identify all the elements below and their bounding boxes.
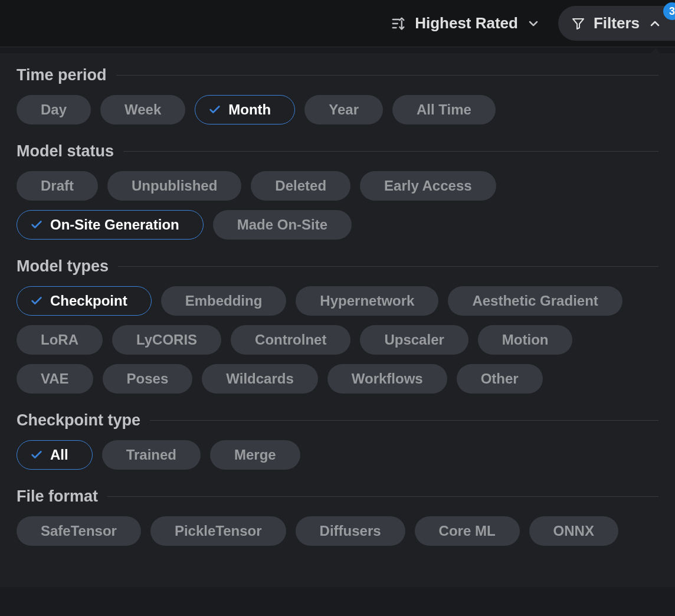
divider (123, 151, 658, 152)
section-title: File format (17, 487, 98, 506)
chip-controlnet[interactable]: Controlnet (231, 325, 350, 355)
chip-hypernetwork[interactable]: Hypernetwork (296, 286, 438, 316)
chip-label: Wildcards (226, 372, 293, 386)
chip-other[interactable]: Other (457, 364, 543, 394)
chip-on-site-generation[interactable]: On-Site Generation (17, 210, 204, 240)
chip-year[interactable]: Year (304, 95, 383, 124)
chip-label: Year (329, 103, 359, 117)
chip-label: VAE (41, 372, 69, 386)
chip-diffusers[interactable]: Diffusers (296, 516, 405, 546)
chip-label: Upscaler (384, 333, 444, 347)
section-checkpoint-type: Checkpoint type AllTrainedMerge (17, 411, 658, 470)
check-icon (208, 103, 221, 116)
chip-label: LyCORIS (136, 333, 197, 347)
chip-deleted[interactable]: Deleted (251, 171, 350, 201)
file-format-chips: SafeTensorPickleTensorDiffusersCore MLON… (17, 516, 658, 546)
topbar: Highest Rated Filters 3 (0, 0, 675, 47)
chip-label: PickleTensor (175, 524, 262, 538)
filter-icon (571, 17, 585, 31)
chip-early-access[interactable]: Early Access (360, 171, 496, 201)
chip-poses[interactable]: Poses (103, 364, 193, 394)
chip-label: Merge (234, 448, 276, 462)
chip-label: Diffusers (320, 524, 381, 538)
chip-label: Controlnet (255, 333, 326, 347)
divider (150, 420, 658, 421)
chip-merge[interactable]: Merge (210, 440, 300, 470)
chip-vae[interactable]: VAE (17, 364, 93, 394)
check-icon (30, 448, 43, 461)
chip-label: Unpublished (132, 179, 217, 193)
chip-label: All (50, 448, 68, 462)
chip-onnx[interactable]: ONNX (529, 516, 618, 546)
chip-draft[interactable]: Draft (17, 171, 98, 201)
chip-embedding[interactable]: Embedding (161, 286, 287, 316)
chip-label: Deleted (275, 179, 326, 193)
sort-icon (390, 15, 407, 32)
chip-label: Trained (126, 448, 176, 462)
divider (116, 75, 658, 76)
section-title: Time period (17, 66, 107, 84)
sort-dropdown[interactable]: Highest Rated (379, 8, 551, 38)
chip-made-on-site[interactable]: Made On-Site (213, 210, 352, 240)
chip-wildcards[interactable]: Wildcards (202, 364, 317, 394)
model-status-chips: DraftUnpublishedDeletedEarly AccessOn-Si… (17, 171, 658, 240)
chip-label: Workflows (352, 372, 423, 386)
chip-all[interactable]: All (17, 440, 93, 470)
filters-panel: Time period DayWeekMonthYearAll Time Mod… (0, 53, 675, 587)
time-period-chips: DayWeekMonthYearAll Time (17, 95, 658, 124)
chip-checkpoint[interactable]: Checkpoint (17, 286, 152, 316)
chip-label: Motion (502, 333, 549, 347)
chip-all-time[interactable]: All Time (392, 95, 496, 124)
chip-label: Day (41, 103, 67, 117)
chip-motion[interactable]: Motion (478, 325, 573, 355)
chip-label: Other (481, 372, 519, 386)
chip-label: Aesthetic Gradient (472, 294, 598, 308)
section-file-format: File format SafeTensorPickleTensorDiffus… (17, 487, 658, 546)
chip-label: Hypernetwork (320, 294, 414, 308)
sort-label: Highest Rated (415, 14, 518, 32)
filters-label: Filters (594, 14, 640, 32)
chevron-down-icon (526, 17, 540, 31)
chip-label: Embedding (185, 294, 263, 308)
section-model-types: Model types CheckpointEmbeddingHypernetw… (17, 257, 658, 394)
svg-marker-3 (573, 19, 584, 29)
chip-label: All Time (417, 103, 471, 117)
chip-trained[interactable]: Trained (102, 440, 201, 470)
checkpoint-type-chips: AllTrainedMerge (17, 440, 658, 470)
divider (118, 266, 658, 267)
divider (107, 496, 658, 497)
section-title: Model status (17, 142, 114, 160)
chip-unpublished[interactable]: Unpublished (107, 171, 241, 201)
chip-workflows[interactable]: Workflows (327, 364, 447, 394)
chip-lycoris[interactable]: LyCORIS (112, 325, 221, 355)
section-title: Model types (17, 257, 109, 276)
chip-label: LoRA (41, 333, 78, 347)
check-icon (30, 218, 43, 231)
chip-label: Poses (127, 372, 169, 386)
chip-label: Draft (41, 179, 74, 193)
chip-label: ONNX (553, 524, 594, 538)
chip-safetensor[interactable]: SafeTensor (17, 516, 141, 546)
check-icon (30, 294, 43, 307)
chip-core-ml[interactable]: Core ML (415, 516, 520, 546)
chip-upscaler[interactable]: Upscaler (360, 325, 468, 355)
chip-week[interactable]: Week (100, 95, 185, 124)
chip-label: SafeTensor (41, 524, 117, 538)
chip-lora[interactable]: LoRA (17, 325, 103, 355)
chip-label: Month (228, 103, 271, 117)
chip-label: Week (124, 103, 161, 117)
chip-label: Checkpoint (50, 294, 127, 308)
section-model-status: Model status DraftUnpublishedDeletedEarl… (17, 142, 658, 240)
chip-day[interactable]: Day (17, 95, 91, 124)
chip-label: Early Access (384, 179, 472, 193)
filters-button[interactable]: Filters 3 (558, 6, 675, 41)
chip-aesthetic-gradient[interactable]: Aesthetic Gradient (448, 286, 622, 316)
section-time-period: Time period DayWeekMonthYearAll Time (17, 66, 658, 124)
chip-month[interactable]: Month (195, 95, 295, 124)
chip-label: On-Site Generation (50, 218, 179, 232)
chip-pickletensor[interactable]: PickleTensor (150, 516, 286, 546)
chip-label: Core ML (439, 524, 496, 538)
chip-label: Made On-Site (237, 218, 327, 232)
section-title: Checkpoint type (17, 411, 140, 430)
chevron-up-icon (648, 17, 662, 31)
